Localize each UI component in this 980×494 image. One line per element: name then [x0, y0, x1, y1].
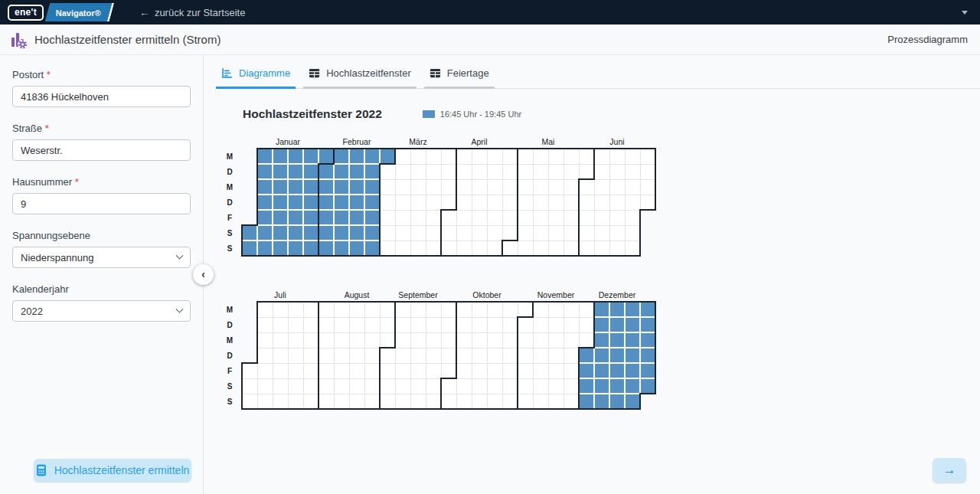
bar-chart-gear-icon	[9, 31, 28, 49]
svg-text:November: November	[537, 290, 575, 299]
chevron-down-icon	[176, 251, 184, 259]
tab-feiertage[interactable]: Feiertage	[424, 67, 495, 89]
strasse-input[interactable]	[12, 139, 191, 161]
svg-text:D: D	[227, 321, 232, 329]
back-arrow-icon: ←	[139, 7, 149, 18]
sidebar-collapse-button[interactable]: ‹	[193, 264, 214, 285]
svg-text:S: S	[227, 229, 233, 237]
form-field-hausnummer: Hausnummer *	[12, 176, 191, 214]
required-marker: *	[72, 176, 79, 188]
page-header: Hochlastzeitfenster ermitteln (Strom) Pr…	[0, 25, 980, 55]
required-marker: *	[44, 69, 51, 80]
submit-button-label: Hochlastzeitfenster ermitteln	[54, 464, 190, 476]
svg-text:D: D	[227, 352, 232, 360]
enet-navigator-logo[interactable]: ene't Navigator®	[8, 3, 112, 21]
svg-text:Dezember: Dezember	[599, 290, 636, 299]
tab-bar: DiagrammeHochlastzeitfensterFeiertage	[216, 67, 980, 89]
spannungsebene-label: Spannungsebene	[12, 230, 191, 241]
prozessdiagramm-link[interactable]: Prozessdiagramm	[887, 34, 968, 45]
sidebar-form: Postort *Straße *Hausnummer *Spannungseb…	[0, 55, 204, 494]
svg-text:August: August	[345, 290, 370, 299]
spannungsebene-select[interactable]: Niederspannung	[12, 247, 191, 268]
svg-text:M: M	[227, 336, 233, 345]
user-menu-caret-icon[interactable]	[962, 11, 968, 15]
weekday-labels: MDMDFSS	[227, 306, 233, 406]
svg-text:F: F	[227, 367, 232, 375]
kalenderjahr-selected-value: 2022	[21, 306, 43, 317]
next-step-button[interactable]: →	[933, 458, 966, 483]
required-marker: *	[42, 123, 49, 134]
tab-hochlastzeitfenster[interactable]: Hochlastzeitfenster	[303, 67, 416, 89]
hochlastzeitfenster-ermitteln-button[interactable]: Hochlastzeitfenster ermitteln	[34, 459, 191, 482]
tab-label-feiertage: Feiertage	[447, 67, 489, 79]
main-panel: DiagrammeHochlastzeitfensterFeiertage Ho…	[204, 55, 980, 494]
top-navbar: ene't Navigator® ← zurück zur Startseite	[0, 0, 980, 25]
svg-text:Oktober: Oktober	[472, 290, 501, 299]
svg-text:D: D	[227, 168, 232, 176]
svg-text:Januar: Januar	[276, 137, 301, 146]
chart-header: Hochlastzeitfenster 2022 16:45 Uhr - 19:…	[243, 107, 980, 121]
arrow-right-icon: →	[943, 463, 956, 478]
spannungsebene-selected-value: Niederspannung	[21, 252, 93, 263]
svg-text:Mai: Mai	[542, 137, 555, 146]
svg-text:S: S	[227, 244, 233, 253]
svg-text:Februar: Februar	[343, 137, 371, 146]
form-field-strasse: Straße *	[12, 123, 191, 161]
chevron-down-icon	[176, 305, 184, 312]
legend-label: 16:45 Uhr - 19:45 Uhr	[440, 110, 521, 119]
calendar-heatmap-first-half: JanuarFebruarMärzAprilMaiJuniMDMDFSS	[221, 137, 658, 258]
weekday-labels: MDMDFSS	[227, 152, 233, 253]
tab-label-hochlastzeitfenster: Hochlastzeitfenster	[326, 67, 411, 79]
legend-swatch	[423, 110, 435, 118]
chart-legend: 16:45 Uhr - 19:45 Uhr	[423, 110, 521, 119]
hausnummer-input[interactable]	[12, 193, 191, 214]
svg-text:M: M	[227, 152, 233, 161]
month-labels: JanuarFebruarMärzAprilMaiJuni	[276, 137, 625, 146]
chevron-left-icon: ‹	[201, 268, 205, 280]
navigator-badge: Navigator®	[45, 3, 114, 21]
back-to-start-link[interactable]: ← zurück zur Startseite	[139, 7, 246, 18]
table-icon	[309, 67, 320, 79]
postort-input[interactable]	[12, 86, 191, 107]
strasse-label: Straße *	[12, 123, 191, 134]
diagram-icon	[221, 67, 233, 79]
svg-text:Juni: Juni	[609, 137, 624, 146]
svg-text:D: D	[227, 198, 232, 207]
svg-text:Juli: Juli	[274, 290, 286, 299]
postort-label: Postort *	[12, 69, 191, 80]
form-field-kalenderjahr: Kalenderjahr2022	[12, 283, 191, 322]
content-area: Postort *Straße *Hausnummer *Spannungseb…	[0, 55, 980, 494]
calendar-heatmap-second-half: JuliAugustSeptemberOktoberNovemberDezemb…	[221, 290, 658, 411]
svg-text:März: März	[409, 137, 426, 146]
svg-text:F: F	[227, 214, 232, 222]
svg-text:M: M	[227, 183, 233, 191]
page-title: Hochlastzeitfenster ermitteln (Strom)	[34, 33, 220, 46]
calculator-icon	[36, 464, 47, 476]
form-field-spannungsebene: SpannungsebeneNiederspannung	[12, 230, 191, 268]
svg-text:September: September	[398, 290, 438, 299]
chart-title: Hochlastzeitfenster 2022	[243, 107, 382, 121]
calendar-heatmaps: JanuarFebruarMärzAprilMaiJuniMDMDFSSJuli…	[221, 137, 980, 411]
kalenderjahr-label: Kalenderjahr	[12, 283, 191, 295]
svg-text:M: M	[227, 306, 233, 314]
kalenderjahr-select[interactable]: 2022	[12, 300, 191, 322]
form-field-postort: Postort *	[12, 69, 191, 107]
back-link-label: zurück zur Startseite	[155, 7, 246, 18]
tab-diagramme[interactable]: Diagramme	[216, 67, 296, 89]
table-icon	[430, 67, 441, 79]
enet-logo: ene't	[8, 5, 44, 21]
hausnummer-label: Hausnummer *	[12, 176, 191, 188]
tab-label-diagramme: Diagramme	[239, 67, 290, 79]
month-labels: JuliAugustSeptemberOktoberNovemberDezemb…	[274, 290, 636, 299]
svg-text:S: S	[227, 382, 233, 391]
svg-text:S: S	[227, 397, 233, 406]
svg-text:April: April	[471, 137, 487, 146]
